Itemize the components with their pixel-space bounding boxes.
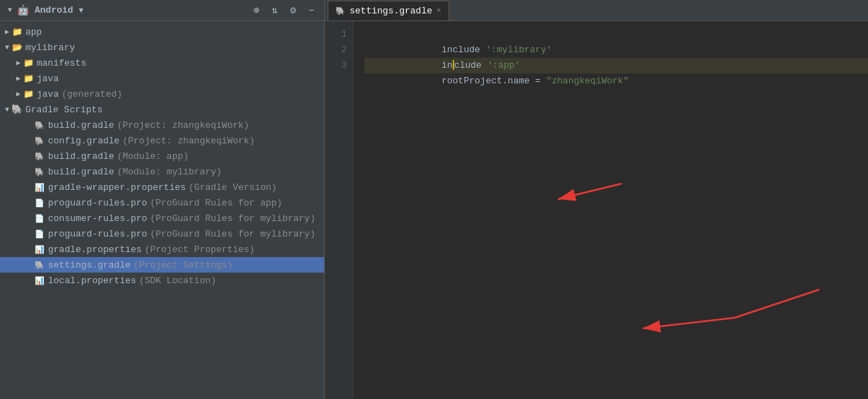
manifests-arrow[interactable]	[14, 59, 23, 67]
build-gradle-lib-secondary: (Module: mylibrary)	[117, 167, 222, 177]
str-name-val: "zhangkeqiWork"	[546, 76, 629, 86]
space-2	[482, 60, 487, 71]
config-gradle-icon: 🐘	[34, 135, 45, 146]
proguard-app-label: proguard-rules.pro	[48, 198, 147, 208]
leaf-space	[25, 152, 34, 160]
tree-item-proguard-app[interactable]: 📄 proguard-rules.pro (ProGuard Rules for…	[0, 195, 324, 210]
gradle-props-secondary: (Project Properties)	[145, 244, 255, 255]
build-gradle-proj-secondary: (Project: zhangkeqiWork)	[117, 120, 249, 131]
gradle-wrapper-secondary: (Gradle Version)	[189, 182, 277, 193]
leaf-space	[25, 214, 34, 222]
config-gradle-secondary: (Project: zhangkeqiWork)	[122, 136, 254, 146]
tree-item-build-gradle-proj[interactable]: 🐘 build.gradle (Project: zhangkeqiWork)	[0, 117, 324, 133]
gradle-props-icon: 📊	[34, 244, 45, 255]
sidebar-toolbar: 🤖 Android ▼ ⊕ ⇅ ⚙ −	[0, 0, 324, 21]
android-dropdown-arrow[interactable]: ▼	[79, 6, 84, 15]
sidebar-title: Android	[35, 5, 73, 16]
mylibrary-folder-icon: 📂	[11, 42, 23, 53]
android-expand-arrow[interactable]	[6, 6, 14, 15]
settings-gradle-secondary: (Project Settings)	[133, 260, 232, 270]
leaf-space	[25, 276, 34, 285]
java-gen-folder-icon: 📁	[23, 88, 34, 100]
android-icon: 🤖	[17, 4, 29, 16]
gradle-wrapper-icon: 📊	[34, 181, 45, 193]
tree-item-settings-gradle[interactable]: 🐘 settings.gradle (Project Settings)	[0, 257, 324, 273]
build-gradle-proj-icon: 🐘	[34, 119, 45, 131]
minimize-icon[interactable]: −	[304, 4, 319, 18]
tree-item-gradle-properties[interactable]: 📊 gradle.properties (Project Properties)	[0, 242, 324, 257]
settings-gradle-tab[interactable]: 🐘 settings.gradle ×	[328, 1, 449, 20]
leaf-space	[25, 245, 34, 254]
line-num-1: 1	[325, 27, 352, 42]
tree-item-mylibrary[interactable]: 📂 mylibrary	[0, 40, 324, 55]
space-eq: =	[530, 76, 546, 86]
proguard-app-icon: 📄	[34, 197, 45, 208]
leaf-space	[25, 167, 34, 176]
local-props-secondary: (SDK Location)	[139, 275, 216, 286]
tree-item-gradle-scripts[interactable]: 🐘 Gradle Scripts	[0, 102, 324, 117]
globe-icon[interactable]: ⊕	[249, 4, 263, 18]
tab-gradle-icon: 🐘	[335, 6, 345, 16]
build-gradle-lib-icon: 🐘	[34, 166, 45, 177]
tree-item-app[interactable]: 📁 app	[0, 24, 324, 40]
java-label: java	[37, 73, 59, 84]
settings-gradle-label: settings.gradle	[48, 260, 131, 270]
cursor-icon	[453, 60, 454, 70]
java-folder-icon: 📁	[23, 73, 34, 84]
line-num-2: 2	[325, 42, 352, 58]
tree-item-consumer-rules[interactable]: 📄 consumer-rules.pro (ProGuard Rules for…	[0, 210, 324, 226]
cursor-container	[453, 58, 454, 73]
tree-item-java[interactable]: 📁 java	[0, 71, 324, 86]
tree-item-gradle-wrapper[interactable]: 📊 gradle-wrapper.properties (Gradle Vers…	[0, 179, 324, 195]
tree-item-java-generated[interactable]: 📁 java (generated)	[0, 86, 324, 102]
leaf-space	[25, 121, 34, 129]
proguard-app-secondary: (ProGuard Rules for app)	[150, 198, 282, 208]
config-gradle-label: config.gradle	[48, 136, 119, 146]
java-gen-arrow[interactable]	[14, 90, 23, 98]
app-arrow[interactable]	[3, 28, 11, 36]
java-arrow[interactable]	[14, 74, 23, 83]
content-area: 🤖 Android ▼ ⊕ ⇅ ⚙ − 📁 app	[0, 0, 868, 399]
consumer-rules-secondary: (ProGuard Rules for mylibrary)	[150, 213, 315, 224]
rootproject: rootProject.name	[441, 76, 530, 86]
proguard-lib-secondary: (ProGuard Rules for mylibrary)	[150, 229, 315, 239]
code-line-1: include ':mylibrary'	[364, 27, 868, 42]
gradle-props-label: gradle.properties	[48, 244, 142, 255]
tree-item-local-properties[interactable]: 📊 local.properties (SDK Location)	[0, 273, 324, 288]
java-gen-secondary: (generated)	[61, 89, 122, 100]
filter-icon[interactable]: ⇅	[268, 4, 282, 18]
tab-bar: 🐘 settings.gradle ×	[325, 0, 868, 21]
main-layout: 🤖 Android ▼ ⊕ ⇅ ⚙ − 📁 app	[0, 0, 868, 399]
build-gradle-proj-label: build.gradle	[48, 120, 114, 131]
proguard-lib-label: proguard-rules.pro	[48, 229, 147, 239]
kw-include-2b: clude	[454, 60, 482, 71]
proguard-lib-icon: 📄	[34, 228, 45, 239]
tab-close-button[interactable]: ×	[436, 6, 441, 15]
build-gradle-app-secondary: (Module: app)	[117, 151, 189, 162]
gradle-scripts-arrow[interactable]	[3, 105, 11, 114]
build-gradle-lib-label: build.gradle	[48, 167, 114, 177]
sidebar-toolbar-icons: ⊕ ⇅ ⚙ −	[249, 4, 319, 18]
space-1	[480, 44, 486, 55]
tree-item-config-gradle[interactable]: 🐘 config.gradle (Project: zhangkeqiWork)	[0, 133, 324, 148]
settings-gradle-icon: 🐘	[34, 259, 45, 270]
kw-include-2: in	[441, 60, 453, 71]
build-gradle-app-label: build.gradle	[48, 151, 114, 162]
code-area[interactable]: 1 2 3 include ':mylibrary' include ':app…	[325, 21, 868, 399]
tree-item-manifests[interactable]: 📁 manifests	[0, 55, 324, 71]
kw-include-1: include	[441, 44, 480, 55]
line-numbers: 1 2 3	[325, 21, 353, 399]
leaf-space	[25, 183, 34, 191]
tree-area: 📁 app 📂 mylibrary 📁 manifests	[0, 21, 324, 291]
tree-item-build-gradle-app[interactable]: 🐘 build.gradle (Module: app)	[0, 148, 324, 164]
app-folder-icon: 📁	[11, 26, 23, 37]
build-gradle-app-icon: 🐘	[34, 150, 45, 162]
tab-label: settings.gradle	[350, 6, 432, 16]
app-label: app	[25, 27, 42, 37]
local-props-icon: 📊	[34, 275, 45, 286]
editor-container: 1 2 3 include ':mylibrary' include ':app…	[325, 21, 868, 399]
mylibrary-arrow[interactable]	[3, 43, 11, 52]
gear-icon[interactable]: ⚙	[286, 4, 300, 18]
tree-item-build-gradle-lib[interactable]: 🐘 build.gradle (Module: mylibrary)	[0, 164, 324, 179]
tree-item-proguard-lib[interactable]: 📄 proguard-rules.pro (ProGuard Rules for…	[0, 226, 324, 242]
